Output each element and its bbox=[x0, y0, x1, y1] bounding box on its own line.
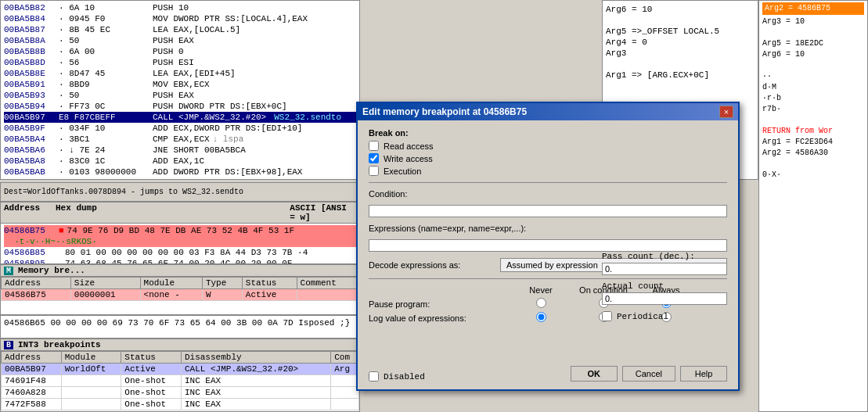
condition-input[interactable] bbox=[369, 205, 727, 217]
pause-program-label: Pause program: bbox=[369, 299, 510, 309]
footer-buttons: OK Cancel Help bbox=[571, 366, 727, 382]
cancel-button[interactable]: Cancel bbox=[622, 366, 675, 382]
mem-col-address: Address bbox=[2, 278, 71, 289]
dialog-edit-memory-breakpoint: Edit memory breakpoint at 04586B75 × Bre… bbox=[356, 102, 740, 391]
mem-cell-type: W bbox=[202, 289, 242, 301]
int3-col-disasm: Disassembly bbox=[181, 352, 330, 364]
int3-col-module: Module bbox=[61, 352, 121, 364]
pause-never-radio[interactable] bbox=[536, 298, 546, 308]
int3-cell-comment bbox=[331, 399, 359, 410]
hex-panel: Address Hex dump ASCII [ANSI = w] 04586B… bbox=[0, 202, 360, 264]
read-access-row: Read access bbox=[369, 141, 727, 151]
table-row[interactable]: 74691F48 One-shot INC EAX bbox=[2, 375, 359, 387]
mem-col-type: Type bbox=[202, 278, 242, 289]
table-row[interactable]: 04586B75 00000001 <none - W Active bbox=[2, 289, 359, 301]
execution-row: Execution bbox=[369, 166, 727, 176]
hex2-panel: 04586B65 00 00 00 00 69 73 70 6F 73 65 6… bbox=[0, 315, 360, 339]
int3-title: INT3 breakpoints bbox=[18, 340, 101, 349]
int3-cell-status: Active bbox=[121, 364, 182, 375]
int3-cell-disasm: CALL <JMP.&WS2_32.#20> bbox=[181, 364, 330, 375]
int3-cell-status: One-shot bbox=[121, 387, 182, 399]
hex2-content: 04586B65 00 00 00 00 69 73 70 6F 73 65 6… bbox=[4, 318, 350, 328]
disasm-panel: 00BA5B82· 6A 10PUSH 10 00BA5B84· 0945 F0… bbox=[0, 0, 360, 180]
hex-content: 04586B75■74 9E 76 D9 BD 48 7E DB AE 73 5… bbox=[1, 224, 359, 264]
int3-cell-module bbox=[61, 387, 121, 399]
decode-as-label: Decode expressions as: bbox=[369, 260, 494, 270]
expressions-row: Expressions (name=expr, name=expr,...): bbox=[369, 224, 727, 233]
mem-cell-module: <none - bbox=[140, 289, 202, 301]
stack-ret-arg1: Arg1 = FC2E3D64 bbox=[762, 137, 864, 148]
int3-table: Address Module Status Disassembly Com 00… bbox=[1, 351, 359, 410]
mem-table: Address Size Module Type Status Comment … bbox=[1, 277, 359, 301]
dialog-titlebar: Edit memory breakpoint at 04586B75 × bbox=[358, 103, 738, 120]
read-access-checkbox[interactable] bbox=[369, 141, 379, 151]
write-access-checkbox[interactable] bbox=[369, 153, 379, 163]
int3-cell-addr: 7472F588 bbox=[2, 399, 62, 410]
expressions-label: Expressions (name=expr, name=expr,...): bbox=[369, 224, 526, 233]
int3-col-address: Address bbox=[2, 352, 62, 364]
disasm-content: 00BA5B82· 6A 10PUSH 10 00BA5B84· 0945 F0… bbox=[1, 1, 359, 179]
stack-panel: Arg2 = 4586B75 Arg3 = 10 Arg5 = 18E2DC A… bbox=[758, 0, 868, 412]
pass-count-label: Pass count (dec.): bbox=[602, 252, 727, 261]
dialog-close-button[interactable]: × bbox=[719, 106, 733, 118]
write-access-row: Write access bbox=[369, 153, 727, 163]
read-access-label: Read access bbox=[384, 142, 434, 151]
mem-icon: M bbox=[4, 267, 13, 275]
int3-cell-module bbox=[61, 375, 121, 387]
int3-col-status: Status bbox=[121, 352, 182, 364]
disabled-checkbox[interactable] bbox=[369, 371, 379, 382]
stack-arg6: Arg6 = 10 bbox=[762, 49, 864, 60]
right-section: Pass count (dec.): Actual count Periodic… bbox=[602, 252, 727, 321]
condition-row: Condition: bbox=[369, 189, 727, 199]
table-row[interactable]: 7460A828 One-shot INC EAX bbox=[2, 387, 359, 399]
mem-cell-addr: 04586B75 bbox=[2, 289, 71, 301]
actual-count-label: Actual count bbox=[602, 281, 727, 291]
mem-cell-size: 00000001 bbox=[70, 289, 140, 301]
args-content: Arg6 = 10 Arg5 =>_OFFSET LOCAL.5 Arg4 = … bbox=[606, 4, 755, 81]
int3-cell-module bbox=[61, 399, 121, 410]
ok-button[interactable]: OK bbox=[571, 366, 618, 382]
mem-title: Memory bre... bbox=[18, 266, 85, 275]
disabled-row: Disabled bbox=[369, 371, 425, 382]
int3-cell-comment bbox=[331, 387, 359, 399]
disasm-status: Dest=WorldOfTanks.0078D894 - jumps to WS… bbox=[0, 182, 360, 202]
help-button[interactable]: Help bbox=[680, 366, 727, 382]
table-row[interactable]: 00BA5B97 WorldOft Active CALL <JMP.&WS2_… bbox=[2, 364, 359, 375]
stack-arg5: Arg5 = 18E2DC bbox=[762, 38, 864, 49]
int3-cell-disasm: INC EAX bbox=[181, 399, 330, 410]
table-row[interactable]: 7472F588 One-shot INC EAX bbox=[2, 399, 359, 410]
int3-col-comment: Com bbox=[331, 352, 359, 364]
int3-cell-module: WorldOft bbox=[61, 364, 121, 375]
stack-arg3: Arg3 = 10 bbox=[762, 16, 864, 27]
mem-col-size: Size bbox=[70, 278, 140, 289]
pass-count-input[interactable] bbox=[602, 263, 727, 275]
int3-cell-addr: 7460A828 bbox=[2, 387, 62, 399]
never-header: Never bbox=[510, 285, 572, 295]
periodical-label: Periodical bbox=[617, 312, 668, 321]
hex-ascii-label: ASCII [ANSI = w] bbox=[290, 203, 356, 222]
int3-cell-status: One-shot bbox=[121, 375, 182, 387]
log-never-radio[interactable] bbox=[536, 312, 546, 322]
hex-header: Address Hex dump ASCII [ANSI = w] bbox=[1, 202, 359, 224]
execution-checkbox[interactable] bbox=[369, 166, 379, 176]
stack-arg2: Arg2 = 4586B75 bbox=[762, 2, 864, 15]
divider-1 bbox=[369, 182, 727, 183]
int3-header: B INT3 breakpoints bbox=[1, 339, 359, 351]
int3-icon: B bbox=[4, 341, 13, 349]
int3-cell-comment: Arg bbox=[331, 364, 359, 375]
mem-cell-status: Active bbox=[242, 289, 297, 301]
int3-cell-disasm: INC EAX bbox=[181, 375, 330, 387]
stack-ret-arg2: Arg2 = 4586A30 bbox=[762, 148, 864, 159]
mem-cell-comment bbox=[297, 289, 358, 301]
periodical-row: Periodical bbox=[602, 311, 727, 321]
dialog-footer: Disabled bbox=[369, 371, 425, 382]
stack-return: RETURN from Wor bbox=[762, 126, 864, 137]
expressions-input[interactable] bbox=[369, 239, 727, 252]
periodical-checkbox[interactable] bbox=[602, 311, 612, 321]
mem-header: M Memory bre... bbox=[1, 265, 359, 277]
actual-count-input[interactable] bbox=[602, 292, 727, 305]
dialog-title: Edit memory breakpoint at 04586B75 bbox=[362, 106, 527, 117]
write-access-label: Write access bbox=[384, 154, 433, 163]
int3-cell-comment bbox=[331, 375, 359, 387]
log-value-label: Log value of expressions: bbox=[369, 313, 510, 323]
